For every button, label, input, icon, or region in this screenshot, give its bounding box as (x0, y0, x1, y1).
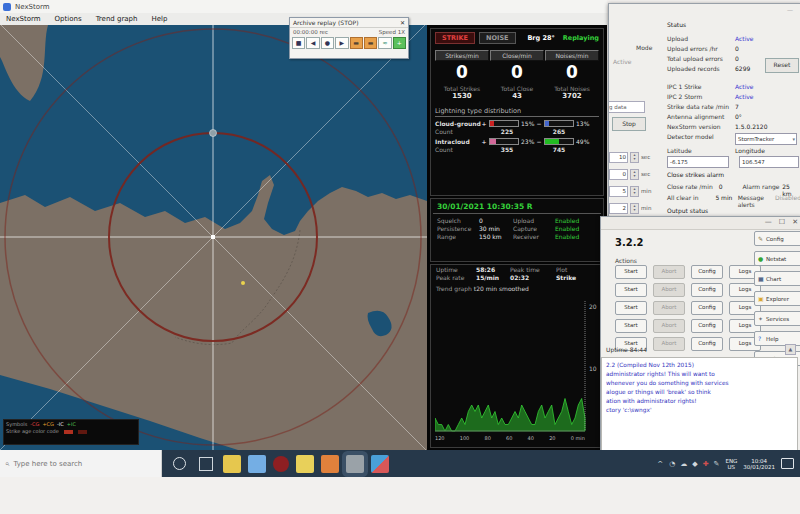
alert-icon[interactable]: ✚ (703, 460, 709, 468)
config-button[interactable]: Config (691, 301, 723, 315)
spinner-arrows[interactable]: ▴▾ (630, 169, 639, 180)
map-legend: Symbols -CG +CG -IC +IC Strike age color… (3, 419, 139, 445)
map-view[interactable]: Symbols -CG +CG -IC +IC Strike age color… (0, 25, 427, 450)
spinner-arrows[interactable]: ▴▾ (630, 203, 639, 214)
status-row-label: Uploaded records (667, 65, 735, 72)
spinner-value-input[interactable]: 0 (609, 169, 628, 180)
menu-item[interactable]: NexStorm (6, 15, 41, 23)
nexstorm-active-icon[interactable] (346, 455, 364, 473)
spinner-value-input[interactable]: 2 (609, 203, 628, 214)
replay-control-button[interactable]: ● (321, 37, 334, 49)
notification-center-icon[interactable] (781, 458, 794, 469)
task-view-icon[interactable] (199, 457, 213, 471)
minus-gauge (544, 138, 574, 145)
latitude-field[interactable]: -6.175 (667, 156, 729, 168)
status-row-value: 7 (735, 103, 739, 110)
abort-button[interactable]: Abort (653, 265, 685, 279)
status-row: Strike data rate /min 7 (667, 103, 799, 110)
search-input[interactable]: ⌕ Type here to search (0, 450, 162, 477)
side-button-netstat[interactable]: ● Netstat (754, 251, 800, 266)
x-tick: 60 (506, 435, 512, 441)
side-button-explorer[interactable]: ▣ Explorer (754, 291, 800, 306)
people-icon[interactable]: ◔ (669, 460, 675, 468)
age-swatch-1 (78, 430, 87, 434)
replay-control-button[interactable]: ▬ (350, 37, 363, 49)
abort-button[interactable]: Abort (653, 283, 685, 297)
link-status: Replaying (563, 34, 599, 42)
file-explorer-icon[interactable] (248, 455, 266, 473)
config-button[interactable]: Config (691, 265, 723, 279)
side-button-config[interactable]: ✎ Config (754, 231, 800, 246)
log-line: 2.2 (Compiled Nov 12th 2015) (606, 361, 797, 370)
side-button-chart[interactable]: ▦ Chart (754, 271, 800, 286)
close-icon[interactable]: ✕ (400, 19, 405, 26)
start-button[interactable]: Start (615, 319, 647, 333)
config-value-2: Enabled (555, 225, 579, 232)
side-button-services[interactable]: ✦ Services (754, 311, 800, 326)
replay-control-button[interactable]: ▶ (335, 37, 348, 49)
abort-button[interactable]: Abort (653, 337, 685, 351)
data-field[interactable]: ing data (608, 101, 645, 113)
cortana-icon[interactable] (173, 457, 186, 470)
tray-expand-icon[interactable]: ^ (657, 460, 663, 468)
weather-icon[interactable] (371, 455, 389, 473)
replay-control-button[interactable]: + (393, 37, 406, 49)
store-icon[interactable] (223, 455, 241, 473)
menu-item[interactable]: Trend graph (96, 15, 138, 23)
spinner-arrows[interactable]: ▴▾ (630, 186, 639, 197)
config-button[interactable]: Config (691, 319, 723, 333)
output-status-header: Output status (667, 207, 708, 214)
latitude-label: Latitude (667, 147, 735, 154)
onedrive-icon[interactable]: ☁ (680, 460, 687, 468)
language-indicator[interactable]: ENG US (725, 458, 737, 470)
replay-datetime: 30/01/2021 10:30:35 R (433, 199, 601, 214)
replay-control-button[interactable]: ▬ (364, 37, 377, 49)
replay-control-button[interactable]: ■ (292, 37, 305, 49)
minimize-icon[interactable]: — (765, 218, 772, 226)
config-button[interactable]: Config (691, 337, 723, 351)
stop-button[interactable]: Stop (612, 117, 646, 131)
stat-total-label: Total Strikes (435, 85, 489, 92)
plus-sign: + (481, 120, 487, 127)
plus-percent: 23% (521, 138, 536, 145)
detector-model-select[interactable]: StormTracker (735, 133, 797, 145)
stat-header-button[interactable]: Strikes/min (435, 50, 489, 61)
map-canvas (0, 25, 427, 450)
peak-rate-value: 15/min (476, 274, 510, 281)
config-button[interactable]: Config (691, 283, 723, 297)
scroll-up-icon[interactable]: ▲ (785, 344, 796, 355)
opera-icon[interactable] (273, 456, 289, 472)
abort-button[interactable]: Abort (653, 319, 685, 333)
start-button[interactable]: Start (615, 283, 647, 297)
service-log[interactable]: 2.2 (Compiled Nov 12th 2015)administrato… (601, 357, 798, 452)
abort-button[interactable]: Abort (653, 301, 685, 315)
trend-x-ticks: 120100806040200 min (435, 435, 585, 441)
pen-icon[interactable]: ✎ (714, 460, 720, 468)
start-button[interactable]: Start (615, 265, 647, 279)
maximize-icon[interactable]: ☐ (779, 218, 785, 226)
stat-header-button[interactable]: Noises/min (545, 50, 599, 61)
clock[interactable]: 10:04 30/01/2021 (743, 458, 775, 470)
status-window-left-column: Mode Active ing data Stop 10 ▴▾ sec 0 ▴▾… (609, 4, 661, 217)
longitude-field[interactable]: 106.547 (739, 156, 799, 168)
log-line: ation with administrator rights! (606, 397, 797, 406)
defender-icon[interactable]: ◆ (692, 460, 697, 468)
stat-total-value: 1530 (435, 92, 489, 100)
menu-item[interactable]: Options (55, 15, 82, 23)
detector-model-label: Detector model (667, 133, 735, 145)
spinner-value-input[interactable]: 10 (609, 152, 628, 163)
stat-header-button[interactable]: Close/min (490, 50, 544, 61)
start-button[interactable]: Start (615, 301, 647, 315)
replay-control-button[interactable]: ≈ (378, 37, 391, 49)
replay-control-button[interactable]: ◀ (306, 37, 319, 49)
x-tick: 40 (528, 435, 534, 441)
close-icon[interactable]: ✕ (792, 218, 798, 226)
app-orange-icon[interactable] (321, 455, 339, 473)
menu-item[interactable]: Help (152, 15, 168, 23)
spinner-value-input[interactable]: 5 (609, 186, 628, 197)
spinner-unit-label: sec (641, 171, 650, 177)
reset-button[interactable]: Reset (765, 58, 799, 73)
calculator-icon[interactable] (296, 455, 314, 473)
spinner-arrows[interactable]: ▴▾ (630, 152, 639, 163)
alarm-value-1: 5 min (715, 194, 737, 208)
